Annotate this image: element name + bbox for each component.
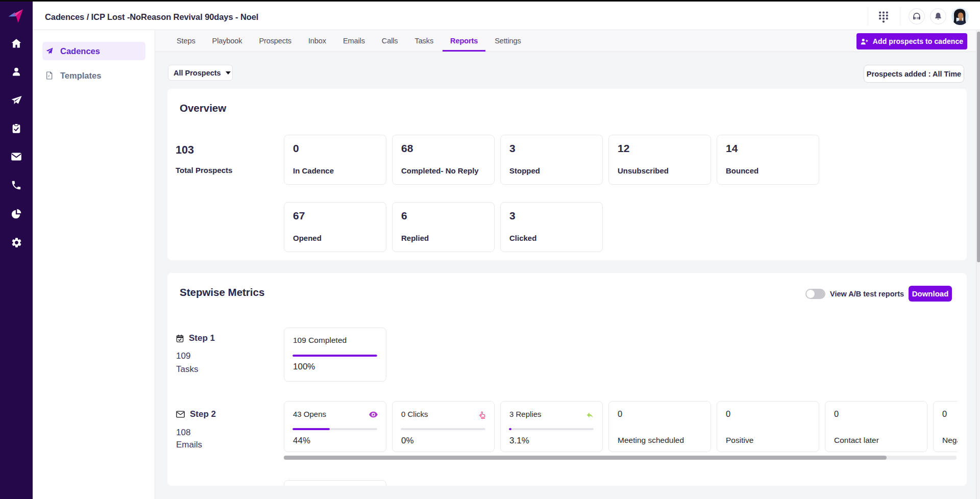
- headphones-icon: [912, 12, 921, 21]
- mail-icon[interactable]: [10, 151, 22, 163]
- metric-card-clicked: 3 Clicked: [500, 202, 603, 252]
- bell-icon: [934, 12, 943, 21]
- step2-card-positive: 0 Positive: [717, 401, 819, 452]
- step2-count: 108 Emails: [176, 427, 202, 451]
- progress-bar: [292, 355, 377, 357]
- overview-panel: Overview 103 Total Prospects 0 In Cadenc…: [167, 89, 967, 260]
- breadcrumb: Cadences / ICP Lost -NoReason Revival 90…: [45, 12, 258, 22]
- header-divider: [868, 7, 868, 26]
- click-icon: [479, 411, 486, 419]
- step1-completed-card: 109 Completed 100%: [284, 328, 386, 382]
- metric-card-replied: 6 Replied: [392, 202, 495, 252]
- paper-plane-icon: [46, 47, 53, 55]
- caret-down-icon: [226, 71, 231, 74]
- overview-title: Overview: [180, 102, 226, 114]
- phone-icon[interactable]: [10, 179, 22, 191]
- reports-icon[interactable]: [10, 208, 22, 220]
- file-icon: [46, 72, 53, 80]
- sidebar-item-templates[interactable]: Templates: [42, 66, 145, 85]
- metric-card-stopped: 3 Stopped: [500, 135, 603, 185]
- eye-icon: [369, 411, 378, 418]
- add-prospects-button[interactable]: Add prospects to cadence: [856, 33, 967, 49]
- secondary-sidebar: Cadences Templates: [33, 30, 155, 499]
- total-prospects-value: 103: [176, 144, 194, 157]
- support-button[interactable]: [909, 8, 925, 24]
- tab-settings[interactable]: Settings: [487, 30, 529, 52]
- prospect-filter-dropdown[interactable]: All Prospects: [168, 65, 233, 81]
- tasks-icon[interactable]: [10, 122, 22, 135]
- primary-nav-rail: [0, 2, 33, 499]
- progress-bar: [292, 428, 377, 430]
- toggle-knob: [806, 290, 815, 298]
- tab-reports[interactable]: Reports: [443, 30, 485, 52]
- date-filter-button[interactable]: Prospects added : All Time: [864, 65, 964, 83]
- send-icon[interactable]: [10, 94, 22, 106]
- cadence-tabs: Steps Playbook Prospects Inbox Emails Ca…: [155, 30, 976, 52]
- sidebar-item-label: Templates: [60, 71, 101, 81]
- calendar-check-icon: [176, 334, 184, 343]
- horizontal-scrollbar[interactable]: [284, 456, 957, 460]
- metric-card-in-cadence: 0 In Cadence: [284, 135, 386, 185]
- sidebar-item-label: Cadences: [60, 46, 100, 56]
- tab-prospects[interactable]: Prospects: [251, 30, 299, 52]
- ab-test-toggle[interactable]: [805, 289, 825, 299]
- tab-inbox[interactable]: Inbox: [301, 30, 334, 52]
- ab-test-label: View A/B test reports: [830, 290, 904, 298]
- step2-cards-scroller: 43 Opens 44% 0 Clicks 0% 3: [284, 401, 958, 452]
- home-icon[interactable]: [10, 37, 22, 49]
- download-button[interactable]: Download: [909, 286, 952, 302]
- metric-card-bounced: 14 Bounced: [717, 135, 819, 185]
- step2-card-replies: 3 Replies 3.1%: [500, 401, 603, 452]
- step1-count: 109 Tasks: [176, 350, 198, 376]
- horizontal-scrollbar-thumb[interactable]: [284, 456, 887, 460]
- tab-steps[interactable]: Steps: [169, 30, 203, 52]
- dialpad-icon[interactable]: [879, 11, 888, 27]
- users-icon[interactable]: [10, 66, 22, 78]
- klenty-logo-icon[interactable]: [8, 8, 23, 23]
- step1-header: Step 1: [176, 333, 215, 343]
- tab-emails[interactable]: Emails: [335, 30, 373, 52]
- metric-card-completed-no-reply: 68 Completed- No Reply: [392, 135, 495, 185]
- tab-playbook[interactable]: Playbook: [205, 30, 250, 52]
- app-header: Cadences / ICP Lost -NoReason Revival 90…: [33, 2, 980, 30]
- notifications-button[interactable]: [930, 8, 946, 24]
- tab-calls[interactable]: Calls: [374, 30, 406, 52]
- stepwise-metrics-panel: Stepwise Metrics View A/B test reports D…: [167, 273, 967, 486]
- avatar[interactable]: [951, 8, 969, 25]
- step2-card-contact-later: 0 Contact later: [825, 401, 927, 452]
- total-prospects-label: Total Prospects: [176, 166, 232, 174]
- sidebar-item-cadences[interactable]: Cadences: [42, 42, 145, 60]
- vertical-scrollbar-thumb[interactable]: [977, 32, 980, 262]
- stepwise-title: Stepwise Metrics: [180, 286, 264, 298]
- reply-icon: [586, 411, 594, 419]
- header-divider: [900, 7, 900, 26]
- step3-partial-card: [284, 480, 386, 486]
- step2-card-meeting-scheduled: 0 Meeting scheduled: [608, 401, 711, 452]
- metric-card-unsubscribed: 12 Unsubscribed: [608, 135, 711, 185]
- settings-icon[interactable]: [10, 236, 22, 248]
- metric-card-opened: 67 Opened: [284, 202, 386, 252]
- step2-card-negative: 0 Negative: [933, 401, 958, 452]
- tab-tasks[interactable]: Tasks: [407, 30, 442, 52]
- progress-bar: [401, 428, 485, 430]
- step2-card-opens: 43 Opens 44%: [284, 401, 386, 452]
- envelope-icon: [176, 411, 185, 418]
- window-top-bar: [0, 0, 980, 2]
- vertical-scrollbar[interactable]: [976, 30, 980, 499]
- user-plus-icon: [861, 38, 868, 45]
- step1-label: Step 1: [189, 333, 215, 343]
- step2-header: Step 2: [176, 409, 216, 419]
- step2-card-clicks: 0 Clicks 0%: [392, 401, 495, 452]
- progress-bar: [509, 428, 594, 430]
- step2-label: Step 2: [190, 409, 216, 419]
